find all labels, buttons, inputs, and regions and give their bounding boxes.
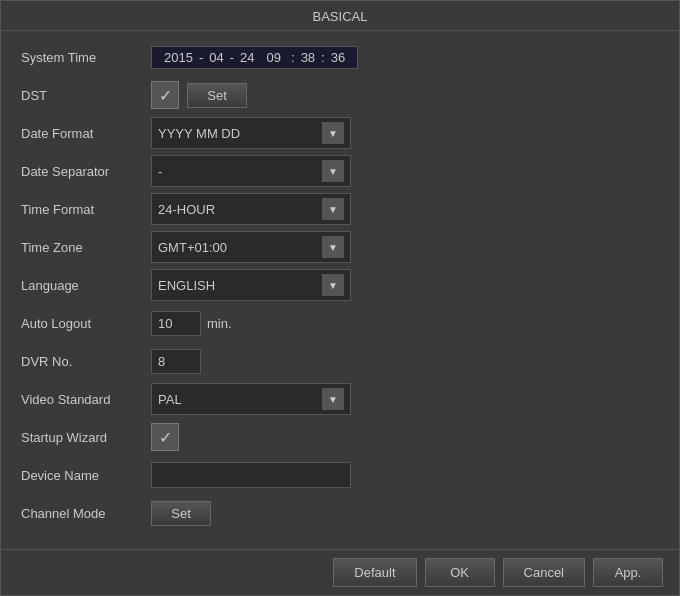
dst-check-icon: ✓: [159, 86, 172, 105]
dst-checkbox[interactable]: ✓: [151, 81, 179, 109]
system-time-row: System Time 2015 - 04 - 24 09 : 38 : 36: [21, 41, 659, 73]
date-format-label: Date Format: [21, 126, 151, 141]
date-separator-label: Date Separator: [21, 164, 151, 179]
date-format-value: YYYY MM DD: [158, 126, 318, 141]
startup-wizard-label: Startup Wizard: [21, 430, 151, 445]
language-row: Language ENGLISH: [21, 269, 659, 301]
channel-mode-label: Channel Mode: [21, 506, 151, 521]
footer: Default OK Cancel App.: [1, 549, 679, 595]
time-format-row: Time Format 24-HOUR: [21, 193, 659, 225]
title-bar: BASICAL: [1, 1, 679, 31]
device-name-input[interactable]: [151, 462, 351, 488]
auto-logout-field: min.: [151, 311, 659, 336]
time-zone-label: Time Zone: [21, 240, 151, 255]
time-zone-row: Time Zone GMT+01:00: [21, 231, 659, 263]
time-hour: 09: [259, 50, 289, 65]
channel-mode-field: Set: [151, 501, 659, 526]
system-time-field: 2015 - 04 - 24 09 : 38 : 36: [151, 46, 659, 69]
video-standard-row: Video Standard PAL: [21, 383, 659, 415]
device-name-row: Device Name: [21, 459, 659, 491]
language-dropdown[interactable]: ENGLISH: [151, 269, 351, 301]
startup-wizard-row: Startup Wizard ✓: [21, 421, 659, 453]
date-format-field: YYYY MM DD: [151, 117, 659, 149]
dst-label: DST: [21, 88, 151, 103]
date-format-dropdown[interactable]: YYYY MM DD: [151, 117, 351, 149]
time-colon1: :: [289, 50, 297, 65]
auto-logout-row: Auto Logout min.: [21, 307, 659, 339]
dst-field: ✓ Set: [151, 81, 659, 109]
video-standard-value: PAL: [158, 392, 318, 407]
time-minute: 38: [297, 50, 319, 65]
language-field: ENGLISH: [151, 269, 659, 301]
time-day: 24: [236, 50, 258, 65]
form-content: System Time 2015 - 04 - 24 09 : 38 : 36 …: [1, 31, 679, 549]
time-colon2: :: [319, 50, 327, 65]
date-separator-value: -: [158, 164, 318, 179]
time-year: 2015: [160, 50, 197, 65]
default-button[interactable]: Default: [333, 558, 416, 587]
startup-wizard-checkbox[interactable]: ✓: [151, 423, 179, 451]
cancel-button[interactable]: Cancel: [503, 558, 585, 587]
channel-mode-row: Channel Mode Set: [21, 497, 659, 529]
time-month: 04: [205, 50, 227, 65]
time-format-label: Time Format: [21, 202, 151, 217]
time-sep2: -: [228, 50, 236, 65]
date-format-arrow-icon: [322, 122, 344, 144]
date-format-row: Date Format YYYY MM DD: [21, 117, 659, 149]
time-zone-arrow-icon: [322, 236, 344, 258]
language-label: Language: [21, 278, 151, 293]
startup-wizard-field: ✓: [151, 423, 659, 451]
dvr-no-field: [151, 349, 659, 374]
date-separator-row: Date Separator -: [21, 155, 659, 187]
time-zone-field: GMT+01:00: [151, 231, 659, 263]
date-separator-dropdown[interactable]: -: [151, 155, 351, 187]
startup-wizard-check-icon: ✓: [159, 428, 172, 447]
video-standard-dropdown[interactable]: PAL: [151, 383, 351, 415]
device-name-label: Device Name: [21, 468, 151, 483]
language-arrow-icon: [322, 274, 344, 296]
time-zone-dropdown[interactable]: GMT+01:00: [151, 231, 351, 263]
time-format-field: 24-HOUR: [151, 193, 659, 225]
time-format-value: 24-HOUR: [158, 202, 318, 217]
language-value: ENGLISH: [158, 278, 318, 293]
dvr-no-row: DVR No.: [21, 345, 659, 377]
app-button[interactable]: App.: [593, 558, 663, 587]
time-second: 36: [327, 50, 349, 65]
time-format-dropdown[interactable]: 24-HOUR: [151, 193, 351, 225]
time-sep1: -: [197, 50, 205, 65]
main-window: BASICAL System Time 2015 - 04 - 24 09 : …: [0, 0, 680, 596]
video-standard-label: Video Standard: [21, 392, 151, 407]
system-time-label: System Time: [21, 50, 151, 65]
video-standard-field: PAL: [151, 383, 659, 415]
device-name-field: [151, 462, 659, 488]
ok-button[interactable]: OK: [425, 558, 495, 587]
window-title: BASICAL: [313, 9, 368, 24]
auto-logout-label: Auto Logout: [21, 316, 151, 331]
date-separator-arrow-icon: [322, 160, 344, 182]
date-separator-field: -: [151, 155, 659, 187]
time-display[interactable]: 2015 - 04 - 24 09 : 38 : 36: [151, 46, 358, 69]
auto-logout-unit: min.: [207, 316, 232, 331]
dvr-no-label: DVR No.: [21, 354, 151, 369]
time-zone-value: GMT+01:00: [158, 240, 318, 255]
dst-row: DST ✓ Set: [21, 79, 659, 111]
dst-set-button[interactable]: Set: [187, 83, 247, 108]
dvr-no-input[interactable]: [151, 349, 201, 374]
channel-mode-set-button[interactable]: Set: [151, 501, 211, 526]
auto-logout-input[interactable]: [151, 311, 201, 336]
time-format-arrow-icon: [322, 198, 344, 220]
video-standard-arrow-icon: [322, 388, 344, 410]
